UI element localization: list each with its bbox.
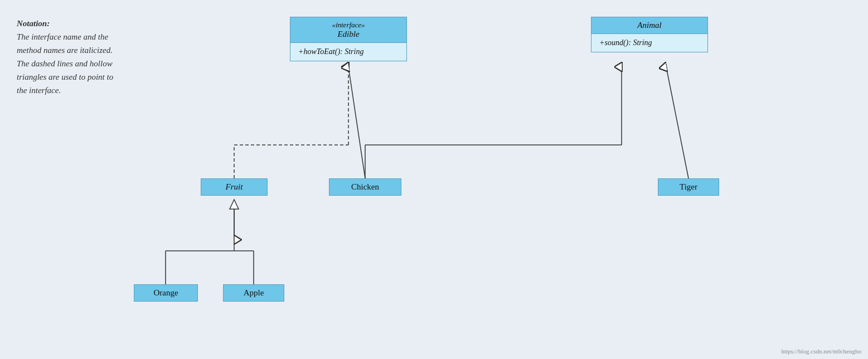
- animal-box: Animal +sound(): String: [591, 17, 708, 52]
- watermark: https://blog.csdn.net/m0chengbo: [781, 348, 861, 355]
- svg-line-5: [348, 67, 365, 178]
- diagram-area: Notation: The interface name and themeth…: [0, 0, 868, 359]
- orange-header: Orange: [134, 285, 197, 301]
- edible-method: +howToEat(): String: [290, 43, 406, 61]
- diagram-svg: [0, 0, 868, 359]
- edible-header: «interface» Edible: [290, 17, 406, 43]
- animal-header: Animal: [591, 17, 707, 34]
- svg-line-9: [666, 67, 688, 178]
- chicken-box: Chicken: [329, 178, 401, 196]
- fruit-name: Fruit: [208, 182, 260, 192]
- svg-marker-15: [230, 200, 239, 209]
- orange-box: Orange: [134, 284, 198, 302]
- animal-method: +sound(): String: [591, 34, 707, 52]
- edible-name: Edible: [297, 30, 400, 39]
- apple-name: Apple: [230, 288, 277, 298]
- animal-name: Animal: [598, 21, 701, 30]
- chicken-header: Chicken: [329, 179, 401, 195]
- edible-stereotype: «interface»: [297, 21, 400, 30]
- apple-header: Apple: [224, 285, 284, 301]
- notation-text: Notation: The interface name and themeth…: [17, 17, 113, 97]
- apple-box: Apple: [223, 284, 284, 302]
- notation-title: Notation:: [17, 19, 50, 28]
- chicken-name: Chicken: [336, 182, 394, 192]
- edible-box: «interface» Edible +howToEat(): String: [290, 17, 407, 61]
- tiger-box: Tiger: [658, 178, 719, 196]
- tiger-header: Tiger: [658, 179, 719, 195]
- tiger-name: Tiger: [665, 182, 712, 192]
- orange-name: Orange: [141, 288, 191, 298]
- fruit-box: Fruit: [201, 178, 268, 196]
- notation-line1: The interface name and themethod names a…: [17, 32, 113, 95]
- fruit-header: Fruit: [201, 179, 267, 195]
